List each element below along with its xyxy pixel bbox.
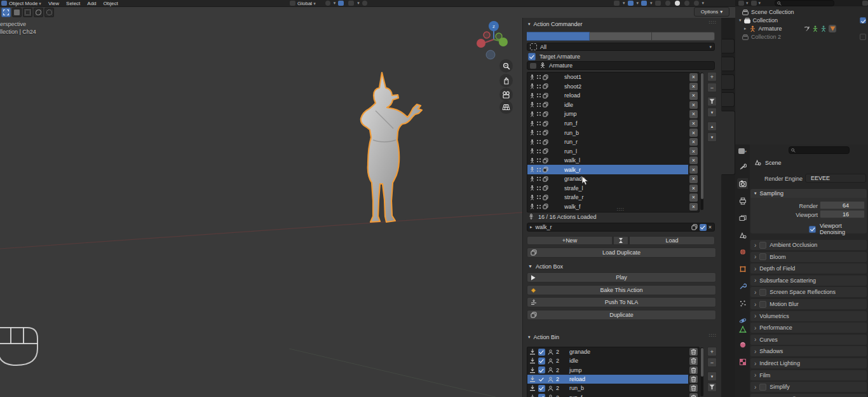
panel-grip[interactable]: ∷∷ <box>709 20 717 25</box>
menu-add[interactable]: Add <box>87 1 96 6</box>
action-bin-row[interactable]: 2 granade <box>527 347 699 356</box>
properties-section-row[interactable]: › Performance <box>750 323 867 333</box>
expand-icon[interactable]: ▾ <box>739 18 742 23</box>
select-lasso-tool[interactable] <box>34 8 43 17</box>
collection-checkbox[interactable] <box>860 17 866 24</box>
push-to-nla-button[interactable]: Push To NLA <box>527 297 716 307</box>
viewport-samples-field[interactable]: 16 <box>820 210 865 218</box>
action-bin-scrollbar[interactable] <box>700 347 703 396</box>
remove-action-list-button[interactable]: − <box>707 83 717 92</box>
trash-button[interactable] <box>689 348 698 356</box>
remove-action-button[interactable]: × <box>689 129 698 137</box>
hourglass-button[interactable] <box>613 236 628 245</box>
outliner-search-input[interactable] <box>775 0 834 6</box>
outliner-row-armature[interactable]: ▸ Armature <box>744 25 782 32</box>
active-action-field[interactable]: ▸ walk_r × <box>527 223 715 232</box>
pan-tool-button[interactable] <box>499 74 513 87</box>
menu-select[interactable]: Select <box>66 1 80 6</box>
action-list-row[interactable]: run_r × <box>527 137 699 147</box>
remove-action-button[interactable]: × <box>689 110 698 118</box>
bin-specials-button[interactable]: ▾ <box>707 372 717 381</box>
action-list-row[interactable]: walk_l × <box>527 156 699 165</box>
select-cursor-tool[interactable] <box>44 8 54 17</box>
download-icon[interactable] <box>529 349 536 355</box>
menu-object[interactable]: Object <box>104 1 118 6</box>
list-resize-grip[interactable]: ∷∷ <box>617 206 625 212</box>
menu-view[interactable]: View <box>48 1 59 6</box>
section-checkbox[interactable] <box>759 242 766 249</box>
select-circle-tool[interactable] <box>23 8 32 17</box>
action-list-row[interactable]: run_f × <box>527 119 699 129</box>
properties-section-row[interactable]: › Film <box>750 370 867 380</box>
target-armature-checkbox[interactable] <box>528 53 536 60</box>
action-list-row[interactable]: walk_f × <box>527 202 699 212</box>
download-icon[interactable] <box>529 376 536 382</box>
load-button[interactable]: Load <box>629 236 715 245</box>
viewport-denoising-row[interactable]: Viewport Denoising <box>809 223 868 235</box>
outliner-display-mode-icon[interactable] <box>738 1 744 6</box>
camera-view-button[interactable] <box>499 88 513 101</box>
remove-action-button[interactable]: × <box>689 157 698 165</box>
target-armature-row[interactable]: Target Armature <box>528 53 580 60</box>
action-list-row[interactable]: run_b × <box>527 128 699 137</box>
action-bin-header[interactable]: ▾ Action Bin <box>528 333 559 341</box>
mode-tab[interactable] <box>590 32 653 41</box>
action-commander-header[interactable]: ▾ Action Commander <box>528 20 583 28</box>
remove-action-button[interactable]: × <box>689 185 698 193</box>
outliner-row-collection[interactable]: ▾ Collection <box>739 17 778 24</box>
properties-section-row[interactable]: › Simplify <box>750 382 867 392</box>
new-button[interactable]: + New <box>527 236 613 245</box>
action-list-row[interactable]: granade × <box>527 174 699 184</box>
properties-section-row[interactable]: › Bloom <box>750 252 867 262</box>
properties-section-row[interactable]: › Ambient Occlusion <box>750 240 867 250</box>
section-checkbox[interactable] <box>759 301 766 308</box>
remove-action-button[interactable]: × <box>689 73 698 81</box>
action-list-row[interactable]: strafe_l × <box>527 184 699 193</box>
trash-button[interactable] <box>689 393 698 397</box>
action-box-header[interactable]: ▼ Action Box <box>528 262 563 270</box>
outliner-options-icon[interactable] <box>862 1 868 6</box>
properties-section-row[interactable]: › Shadows <box>750 346 867 356</box>
add-action-button[interactable]: + <box>707 72 717 81</box>
properties-section-row[interactable]: › Motion Blur <box>750 299 867 309</box>
properties-section-row[interactable]: › Indirect Lighting <box>750 358 867 368</box>
shading-solid-icon[interactable] <box>675 1 680 6</box>
sidebar-tab[interactable] <box>722 39 735 53</box>
trash-button[interactable] <box>689 366 698 374</box>
outliner-row-scene-collection[interactable]: Scene Collection <box>742 8 794 16</box>
trash-button[interactable] <box>689 375 698 383</box>
trash-button[interactable] <box>689 357 698 365</box>
bin-add-button[interactable]: + <box>707 347 717 356</box>
action-bin-row[interactable]: 2 idle <box>527 356 699 365</box>
protect-shield-icon[interactable] <box>538 394 545 397</box>
download-icon[interactable] <box>529 385 536 391</box>
section-checkbox[interactable] <box>759 253 766 260</box>
remove-action-button[interactable]: × <box>689 165 698 174</box>
snap-target-icon[interactable] <box>348 1 354 6</box>
particles-properties-icon[interactable] <box>737 298 748 309</box>
outliner-filter-icon[interactable] <box>751 1 757 6</box>
tool-properties-icon[interactable] <box>737 161 748 172</box>
orientation-dropdown[interactable]: Global▾ <box>297 1 316 6</box>
bin-remove-button[interactable]: − <box>707 358 717 367</box>
move-down-button[interactable]: ▾ <box>707 132 717 142</box>
mode-tab[interactable] <box>527 32 590 41</box>
render-samples-field[interactable]: 64 <box>820 201 865 209</box>
armature-field[interactable]: Armature <box>527 61 715 70</box>
remove-action-button[interactable]: × <box>689 147 698 155</box>
download-icon[interactable] <box>529 394 536 397</box>
sidebar-tab[interactable] <box>722 74 735 90</box>
properties-section-row[interactable]: › Depth of Field <box>750 263 867 274</box>
properties-section-row[interactable]: › Screen Space Reflections <box>750 287 867 297</box>
remove-action-button[interactable]: × <box>689 83 698 91</box>
pivot-icon[interactable] <box>325 1 330 6</box>
load-duplicate-button[interactable]: Load Duplicate <box>527 247 716 258</box>
shading-rendered-icon[interactable] <box>694 1 699 6</box>
properties-section-row[interactable]: › Subsurface Scattering <box>750 275 867 286</box>
protect-shield-icon[interactable] <box>538 358 545 365</box>
properties-search-input[interactable] <box>789 146 850 154</box>
remove-action-button[interactable]: × <box>689 120 698 128</box>
remove-action-button[interactable]: × <box>689 92 698 100</box>
properties-section-row[interactable]: › Volumetrics <box>750 311 867 321</box>
outliner-row-collection2[interactable]: Collection 2 <box>742 33 781 41</box>
